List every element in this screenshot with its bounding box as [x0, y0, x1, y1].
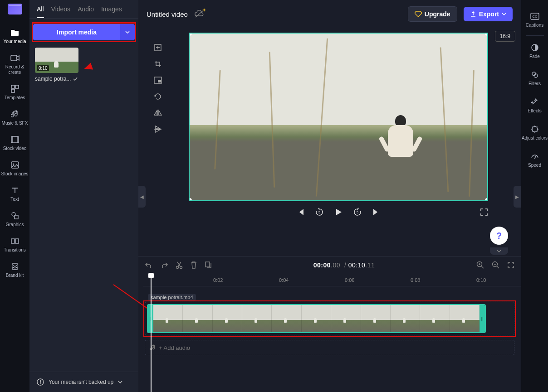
help-button[interactable]: ?: [490, 227, 508, 245]
nav-your-media[interactable]: Your media: [0, 24, 29, 49]
svg-rect-20: [206, 262, 210, 267]
timeline-toolbar: 00:00.00 / 00:10.11: [138, 256, 521, 274]
svg-rect-10: [15, 239, 19, 243]
resize-handle[interactable]: [189, 198, 192, 201]
import-media-caret[interactable]: [120, 24, 135, 40]
redo-button[interactable]: [160, 261, 168, 269]
ruler-tick: 0:02: [213, 277, 223, 283]
chevron-down-icon: [502, 13, 506, 15]
resize-handle[interactable]: [485, 198, 488, 201]
svg-point-7: [12, 213, 15, 216]
camera-icon: [10, 53, 20, 63]
tab-audio[interactable]: Audio: [78, 5, 94, 18]
clip-filename-label: sample potrait.mp4: [148, 294, 196, 300]
nav-graphics[interactable]: Graphics: [0, 207, 29, 232]
forward-button[interactable]: 5: [353, 208, 362, 217]
clip-trim-right[interactable]: ||: [480, 305, 485, 332]
app-logo: [8, 4, 22, 15]
upgrade-button[interactable]: Upgrade: [408, 6, 457, 22]
music-icon: [10, 110, 20, 119]
skip-start-button[interactable]: [297, 208, 305, 216]
resize-handle[interactable]: [485, 33, 488, 36]
nav-music-sfx[interactable]: Music & SFX: [0, 105, 29, 131]
split-button[interactable]: [176, 261, 183, 269]
flip-v-tool[interactable]: [152, 123, 164, 135]
check-icon: [73, 76, 78, 82]
nav-stock-video[interactable]: Stock video: [0, 131, 29, 156]
svg-text:5: 5: [318, 211, 320, 214]
chevron-down-icon: [118, 381, 122, 383]
clip-name-text: sample potra...: [35, 76, 71, 82]
prop-fade[interactable]: Fade: [521, 38, 548, 65]
tab-videos[interactable]: Videos: [51, 5, 71, 18]
tab-all[interactable]: All: [37, 5, 44, 18]
track-spacer: [145, 291, 514, 297]
export-button[interactable]: Export: [464, 7, 513, 21]
tab-images[interactable]: Images: [101, 5, 122, 18]
annotation-arrow: [84, 64, 100, 77]
nav-stock-images[interactable]: Stock images: [0, 156, 29, 181]
video-preview[interactable]: [189, 33, 488, 201]
nav-record-create[interactable]: Record & create: [0, 49, 29, 80]
import-media-button[interactable]: Import media: [33, 24, 120, 40]
media-clip-thumbnail[interactable]: 0:10: [35, 48, 78, 73]
fullscreen-button[interactable]: [480, 208, 488, 216]
cloud-off-icon[interactable]: [194, 10, 204, 18]
zoom-out-button[interactable]: [492, 261, 500, 269]
nav-text[interactable]: Text: [0, 181, 29, 207]
play-button[interactable]: [334, 208, 343, 217]
playback-controls: 5 5: [189, 208, 488, 217]
backup-warning[interactable]: Your media isn't backed up: [29, 372, 138, 392]
delete-button[interactable]: [190, 261, 197, 269]
zoom-fit-button[interactable]: [507, 261, 514, 269]
zoom-in-button[interactable]: [476, 261, 484, 269]
annotation-arrow: [109, 280, 150, 320]
preview-wrap: 5 5: [169, 33, 507, 252]
crop-tool[interactable]: [152, 58, 164, 70]
ruler-tick: 0:06: [345, 277, 354, 283]
skip-end-button[interactable]: [372, 208, 380, 216]
clip-frames: [153, 305, 480, 332]
nav-label: Stock video: [3, 146, 27, 151]
undo-button[interactable]: [145, 261, 153, 269]
flip-h-tool[interactable]: [152, 107, 164, 119]
video-clip[interactable]: || ||: [147, 304, 486, 333]
canvas-tools: [152, 33, 166, 252]
filters-icon: [530, 70, 539, 79]
timeline-ruler[interactable]: 0:02 0:04 0:06 0:08 0:10: [143, 274, 521, 286]
rewind-button[interactable]: 5: [315, 208, 324, 217]
project-title[interactable]: Untitled video: [147, 10, 188, 18]
clip-name-row: sample potra...: [35, 76, 78, 82]
prop-effects[interactable]: Effects: [521, 92, 548, 119]
fit-tool[interactable]: [152, 42, 164, 53]
rotate-tool[interactable]: [152, 91, 164, 102]
brand-icon: [10, 262, 20, 271]
resize-handle[interactable]: [189, 33, 192, 36]
aspect-ratio-chip[interactable]: 16:9: [495, 31, 515, 42]
video-track[interactable]: sample potrait.mp4 || ||: [145, 302, 514, 335]
playhead[interactable]: [148, 273, 154, 278]
expand-chip[interactable]: [490, 247, 508, 255]
collapse-left-panel[interactable]: ◀: [138, 186, 146, 208]
template-icon: [10, 84, 20, 93]
nav-templates[interactable]: Templates: [0, 80, 29, 105]
nav-label: Transitions: [4, 247, 26, 253]
audio-track[interactable]: + Add audio: [145, 340, 514, 355]
prop-speed[interactable]: Speed: [521, 146, 548, 174]
prop-captions[interactable]: CC Captions: [521, 6, 548, 34]
current-time: 00:00: [313, 261, 331, 269]
ruler-tick: 0:10: [476, 277, 486, 283]
topbar: Untitled video Upgrade Export: [138, 0, 521, 28]
duplicate-button[interactable]: [205, 261, 212, 269]
nav-brand-kit[interactable]: Brand kit: [0, 257, 29, 283]
captions-icon: CC: [530, 12, 539, 21]
prop-adjust-colors[interactable]: Adjust colors: [521, 119, 548, 146]
svg-rect-3: [11, 89, 15, 92]
nav-transitions[interactable]: Transitions: [0, 232, 29, 257]
image-icon: [10, 160, 20, 169]
fade-icon: [530, 43, 539, 52]
prop-label: Speed: [528, 163, 541, 168]
pip-tool[interactable]: [152, 74, 164, 86]
collapse-right-panel[interactable]: ▶: [514, 186, 521, 208]
prop-filters[interactable]: Filters: [521, 65, 548, 92]
